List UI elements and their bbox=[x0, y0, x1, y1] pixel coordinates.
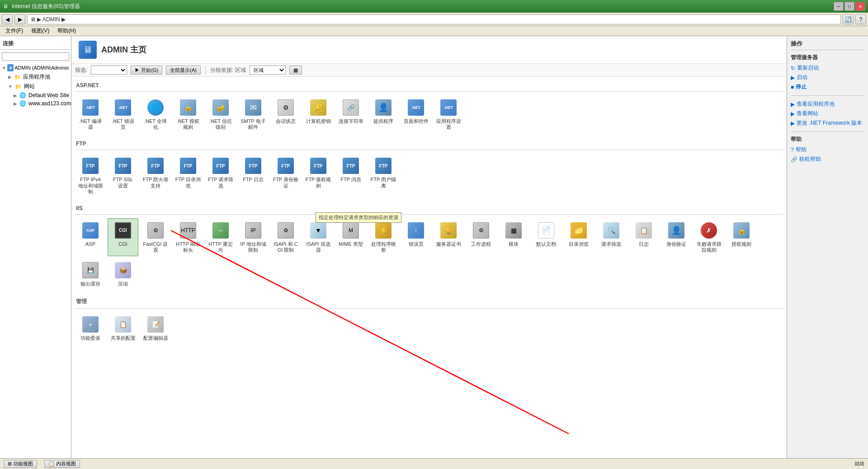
icon-ftp-user[interactable]: FTP FTP 用户隔离 bbox=[368, 154, 399, 198]
net-global-icon: 🌐 bbox=[147, 99, 164, 116]
icon-ftp-dir[interactable]: FTP FTP 目录浏览 bbox=[173, 154, 203, 198]
icon-dir-browse[interactable]: 📁 目录浏览 bbox=[563, 218, 594, 256]
icon-module[interactable]: ▦ 模块 bbox=[498, 218, 529, 256]
stop-link[interactable]: ■ 停止 bbox=[791, 82, 864, 92]
menu-bar: 文件(F) 视图(V) 帮助(H) bbox=[0, 26, 868, 36]
icon-net-error[interactable]: .NET .NET 错误页 bbox=[108, 95, 138, 133]
sidebar-item-apppool[interactable]: ▶ 📁 应用程序池 bbox=[0, 72, 71, 82]
icon-shared-config[interactable]: 📋 共享的配置 bbox=[108, 312, 138, 344]
icon-ftp-msg[interactable]: FTP FTP 消息 bbox=[335, 154, 366, 198]
start-link[interactable]: ▶ 启动 bbox=[791, 73, 864, 82]
icon-compress[interactable]: 📦 压缩 bbox=[108, 258, 138, 290]
icon-ftp-auth[interactable]: FTP FTP 身份验证 bbox=[270, 154, 301, 198]
http-resp-label: HTTP 响应标头 bbox=[175, 241, 201, 253]
icon-isapi-filter[interactable]: ▼ ISAPI 筛选器 bbox=[303, 218, 334, 256]
icon-req-filter[interactable]: 🔍 请求筛选 bbox=[596, 218, 627, 256]
icon-perm[interactable]: 🔒 授权规则 bbox=[726, 218, 757, 256]
sidebar-item-admin[interactable]: ▼ 🖥 ADMIN (ADMIN\Administr... bbox=[0, 63, 71, 72]
icon-ftp-firewall[interactable]: FTP FTP 防火墙支持 bbox=[140, 154, 171, 198]
help-link[interactable]: ? 帮助 bbox=[791, 145, 864, 155]
address-text: 🖥 ▶ ADMIN ▶ bbox=[30, 16, 66, 23]
ftp-user-icon: FTP bbox=[375, 158, 392, 174]
ftp-firewall-icon: FTP bbox=[147, 158, 164, 174]
icon-default-doc[interactable]: 📄 默认文档 bbox=[531, 218, 561, 256]
icon-feature-add[interactable]: + 功能委派 bbox=[75, 312, 106, 344]
icon-provider[interactable]: 👤 提供程序 bbox=[368, 95, 399, 133]
back-button[interactable]: ◀ bbox=[2, 14, 13, 24]
icon-net-trust[interactable]: 🔐 .NET 信任级别 bbox=[205, 95, 236, 133]
group-select[interactable]: 区域 bbox=[250, 66, 286, 75]
icon-net-auth[interactable]: 🔒 .NET 授权规则 bbox=[173, 95, 203, 133]
icon-smtp[interactable]: ✉ SMTP 电子邮件 bbox=[238, 95, 269, 133]
icon-handler[interactable]: ⚡ 处理程序映射 bbox=[368, 218, 399, 256]
icon-net-compiler[interactable]: .NET .NET 编译器 bbox=[75, 95, 106, 133]
forward-button[interactable]: ▶ bbox=[14, 14, 25, 24]
icon-ftp-request[interactable]: FTP FTP 请求筛选 bbox=[205, 154, 236, 198]
online-help-link[interactable]: 🔗 联机帮助 bbox=[791, 155, 864, 164]
icon-ftp-perm[interactable]: FTP FTP 接权规则 bbox=[303, 154, 334, 198]
icon-config-editor[interactable]: 📝 配置编辑器 bbox=[140, 312, 171, 344]
default-doc-icon: 📄 bbox=[538, 222, 554, 239]
page-control-label: 页面和控件 bbox=[404, 118, 429, 124]
icon-error[interactable]: ! 错误页 bbox=[401, 218, 431, 256]
help-nav-button[interactable]: ? bbox=[855, 14, 866, 24]
compress-label: 压缩 bbox=[118, 281, 128, 287]
icon-auth[interactable]: 👤 身份验证 bbox=[661, 218, 692, 256]
icon-ftp-ipv4[interactable]: FTP FTP IPv4 地址和域限制 bbox=[75, 154, 106, 198]
refresh-button[interactable]: 🔄 bbox=[843, 14, 854, 24]
filter-select[interactable] bbox=[91, 66, 127, 75]
http-redirect-label: HTTP 重定向 bbox=[208, 241, 234, 253]
icon-http-redirect[interactable]: ↔ HTTP 重定向 bbox=[205, 218, 236, 256]
net-error-label: .NET 错误页 bbox=[110, 118, 136, 130]
icon-mime[interactable]: M MIME 类型 bbox=[335, 218, 366, 256]
menu-file[interactable]: 文件(F) bbox=[2, 26, 27, 36]
icon-worker[interactable]: ⚙ 工作进程 bbox=[466, 218, 496, 256]
handler-label: 处理程序映射 bbox=[370, 241, 396, 253]
feature-view-button[interactable]: ⊞ 功能视图 bbox=[4, 460, 37, 468]
dir-browse-label: 目录浏览 bbox=[569, 241, 589, 247]
content-area: 🖥 ADMIN 主页 筛选: ▶ 开始(G) 全部显示(A) 分组依据: 区域 … bbox=[71, 36, 787, 458]
icon-net-global[interactable]: 🌐 .NET 全球化 bbox=[140, 95, 171, 133]
ftp-auth-label: FTP 身份验证 bbox=[273, 177, 299, 188]
icon-fastcgi[interactable]: ⚙ FastCGI 设置 bbox=[140, 218, 171, 256]
start-button[interactable]: ▶ 开始(G) bbox=[131, 66, 162, 75]
sidebar-search[interactable] bbox=[2, 52, 69, 61]
icon-output-cache[interactable]: 💾 输出缓存 bbox=[75, 258, 106, 290]
icon-cert[interactable]: 🏆 服务器证书 bbox=[433, 218, 464, 256]
icon-cgi[interactable]: CGI CGI bbox=[108, 218, 138, 256]
address-path[interactable]: 🖥 ▶ ADMIN ▶ bbox=[27, 14, 841, 24]
close-button[interactable]: ✕ bbox=[855, 2, 865, 11]
icon-ip-domain[interactable]: IP IP 地址和域限制 bbox=[238, 218, 269, 256]
view-sites-link[interactable]: ▶ 查看网站 bbox=[791, 109, 864, 118]
maximize-button[interactable]: □ bbox=[844, 2, 854, 11]
ftp-ipv4-label: FTP IPv4 地址和域限制 bbox=[77, 177, 104, 195]
menu-view[interactable]: 视图(V) bbox=[28, 26, 53, 36]
restart-link[interactable]: ↻ 重新启动 bbox=[791, 63, 864, 73]
icon-conn-string[interactable]: 🔗 连接字符串 bbox=[335, 95, 366, 133]
view-apppool-link[interactable]: ▶ 查看应用程序池 bbox=[791, 99, 864, 109]
change-net-icon: ▶ bbox=[791, 120, 795, 127]
icon-log[interactable]: 📋 日志 bbox=[628, 218, 659, 256]
req-filter-label: 请求筛选 bbox=[601, 241, 621, 247]
icon-session[interactable]: ⚙ 会话状态 bbox=[270, 95, 301, 133]
icon-ftp-ssl[interactable]: FTP FTP SSL 设置 bbox=[108, 154, 138, 198]
minimize-button[interactable]: ─ bbox=[834, 2, 844, 11]
icon-isapi-cgi[interactable]: ⚙ ISAPI 和 CGI 限制 bbox=[270, 218, 301, 256]
menu-help[interactable]: 帮助(H) bbox=[54, 26, 80, 36]
view-button[interactable]: ▦ bbox=[289, 66, 302, 75]
content-view-button[interactable]: 📋 内容视图 bbox=[44, 460, 80, 468]
icon-machine-key[interactable]: 🔑 计算机密钥 bbox=[303, 95, 334, 133]
icon-page-control[interactable]: .NET 页面和控件 bbox=[401, 95, 431, 133]
icon-ftp-log[interactable]: FTP FTP 日志 bbox=[238, 154, 269, 198]
icon-asp[interactable]: ASP ASP bbox=[75, 218, 106, 256]
http-redirect-icon: ↔ bbox=[212, 222, 229, 239]
icon-http-resp[interactable]: HTTP HTTP 响应标头 bbox=[173, 218, 203, 256]
sidebar-item-sites[interactable]: ▼ 📁 网站 bbox=[0, 82, 71, 91]
icon-app-settings[interactable]: .NET 应用程序设置 bbox=[433, 95, 464, 133]
asp-label: ASP bbox=[85, 241, 95, 247]
change-net-link[interactable]: ▶ 更改 .NET Framework 版本 bbox=[791, 118, 864, 128]
sidebar-item-custom-site[interactable]: ▶ 🌐 www.asd123.com bbox=[0, 99, 71, 108]
show-all-button[interactable]: 全部显示(A) bbox=[166, 66, 201, 75]
sidebar-item-default-site[interactable]: ▶ 🌐 Default Web Site bbox=[0, 91, 71, 99]
icon-fail-req[interactable]: ✗ 失败请求跟踪规则 bbox=[693, 218, 724, 256]
